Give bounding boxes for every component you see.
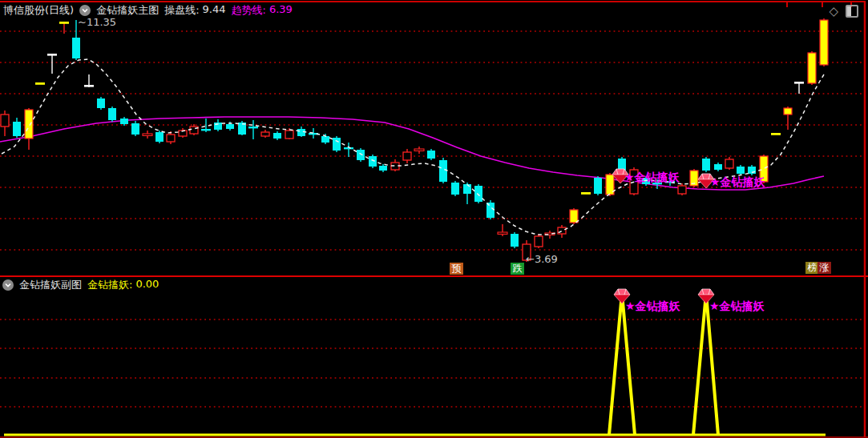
candle xyxy=(35,82,45,85)
chevron-down-icon[interactable] xyxy=(79,5,91,16)
candle-part xyxy=(131,123,139,135)
candle xyxy=(344,143,353,157)
candle-part xyxy=(498,232,507,234)
diamond-gem-facet xyxy=(698,289,714,295)
candle xyxy=(47,54,57,74)
candle-part xyxy=(427,151,435,159)
candle xyxy=(558,225,566,238)
candle-part xyxy=(369,156,377,167)
candle-part xyxy=(35,82,45,85)
candle xyxy=(771,133,781,135)
candle-part xyxy=(725,159,733,168)
candle xyxy=(690,169,698,187)
candle-part xyxy=(47,54,57,56)
candle-part xyxy=(155,132,164,142)
candle-part xyxy=(120,119,128,124)
candle-part xyxy=(511,234,519,247)
candle-part xyxy=(771,133,781,135)
candle xyxy=(702,157,710,172)
main-chart-header: 博信股份(日线) 金钻搐妖主图 操盘线: 9.44 趋势线: 6.39 xyxy=(3,3,293,18)
candle xyxy=(13,118,21,138)
candle xyxy=(379,164,387,172)
candle-part xyxy=(84,85,94,87)
candle xyxy=(1,111,9,136)
candle-part xyxy=(357,150,365,160)
sub-indicator-value: 0.00 xyxy=(135,278,159,292)
candle-part xyxy=(474,186,482,202)
trend-line-readout: 趋势线: 6.39 xyxy=(232,3,293,18)
candle-part xyxy=(285,131,293,139)
candle xyxy=(155,131,164,143)
chevron-down-icon[interactable] xyxy=(2,279,14,291)
signal-spike xyxy=(609,293,635,435)
candle xyxy=(794,82,804,94)
candle xyxy=(725,157,733,170)
candle xyxy=(784,106,792,130)
chart-canvas: ★金钻搐妖★金钻搐妖★金钻搐妖★金钻搐妖 xyxy=(0,0,868,438)
candle-part xyxy=(201,129,211,131)
candle-part xyxy=(794,82,804,84)
candle xyxy=(167,131,175,144)
candle-part xyxy=(13,122,21,136)
signal-marker-label: ★金钻搐妖 xyxy=(625,299,681,312)
candle-part xyxy=(97,98,105,108)
sub-indicator-title: 金钻搐妖副图 xyxy=(19,278,82,292)
candle xyxy=(451,181,459,196)
signal-badge: 跌 xyxy=(511,263,524,275)
candle-part xyxy=(59,22,69,24)
candle xyxy=(535,234,543,248)
candle xyxy=(97,97,105,110)
candle xyxy=(594,176,602,195)
candle-part xyxy=(261,132,269,136)
candle-part xyxy=(451,183,459,195)
sub-chart-header: 金钻搐妖副图 金钻搐妖: 0.00 xyxy=(2,278,159,292)
candle-part xyxy=(72,38,80,58)
candle xyxy=(414,147,424,154)
candle xyxy=(474,184,482,203)
signal-marker-label: ★金钻搐妖 xyxy=(710,175,766,188)
caopan-line xyxy=(2,59,824,235)
candle-part xyxy=(570,210,578,223)
candle xyxy=(248,120,258,139)
candle xyxy=(25,108,33,150)
candle-part xyxy=(321,136,329,143)
candle-part xyxy=(297,129,305,136)
trend-line-label: 趋势线: xyxy=(232,3,266,18)
candle-part xyxy=(167,135,175,142)
panel-toggle-icon[interactable] xyxy=(846,5,858,18)
sub-indicator-readout: 金钻搐妖: 0.00 xyxy=(87,278,159,292)
candle-part xyxy=(273,133,281,139)
caopan-line-label: 操盘线: xyxy=(164,3,199,18)
signal-marker-label: ★金钻搐妖 xyxy=(709,299,765,312)
candle-part xyxy=(439,160,447,182)
candle xyxy=(606,173,614,196)
candle xyxy=(714,163,722,171)
candle-part xyxy=(714,164,722,170)
candle xyxy=(357,148,365,162)
candle-part xyxy=(379,166,387,171)
high-price-annotation: ~11.35 xyxy=(78,16,116,28)
stock-trading-app-window: ★金钻搐妖★金钻搐妖★金钻搐妖★金钻搐妖 博信股份(日线) 金钻搐妖主图 操盘线… xyxy=(0,0,868,438)
candle xyxy=(678,183,686,195)
candle-part xyxy=(737,167,745,174)
diamond-outline-icon[interactable]: ◇ xyxy=(829,6,838,18)
candle-part xyxy=(535,236,543,247)
candle xyxy=(737,165,745,175)
candle-part xyxy=(1,115,9,127)
candle xyxy=(369,155,377,168)
stock-title: 博信股份(日线) xyxy=(3,3,74,18)
candle-part xyxy=(784,108,792,115)
candle-part xyxy=(25,110,33,139)
titlebar-corner-icons: ◇ xyxy=(829,5,858,18)
signal-spike xyxy=(693,293,718,435)
candle xyxy=(820,18,828,66)
candle xyxy=(84,74,94,87)
candle-part xyxy=(702,159,710,171)
candle xyxy=(238,121,246,135)
candle-part xyxy=(403,152,411,160)
candle xyxy=(261,130,269,138)
candle xyxy=(131,121,139,136)
candle xyxy=(108,106,116,122)
sub-indicator-label: 金钻搐妖: xyxy=(87,278,132,292)
signal-badge: 涨 xyxy=(818,262,831,274)
